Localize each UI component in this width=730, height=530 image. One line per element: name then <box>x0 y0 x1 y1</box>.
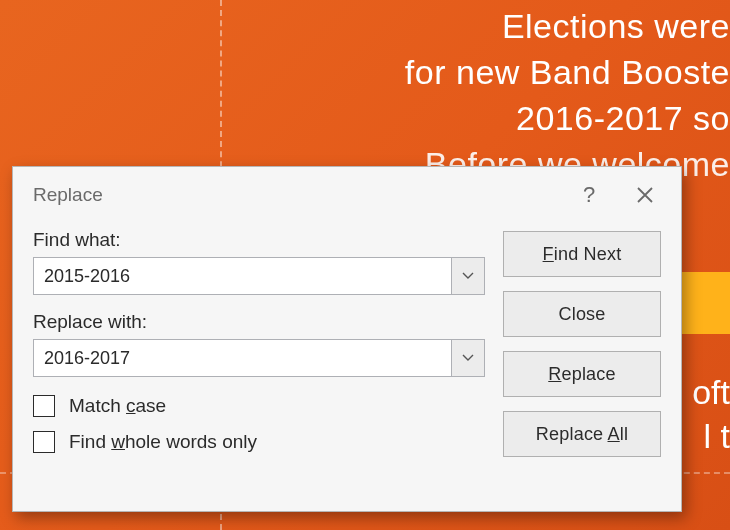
close-icon <box>636 186 654 204</box>
chevron-down-icon <box>462 272 474 280</box>
replace-button[interactable]: Replace <box>503 351 661 397</box>
slide-text-line: 2016-2017 so <box>405 96 730 142</box>
chevron-down-icon <box>462 354 474 362</box>
checkbox-group: Match case Find whole words only <box>33 395 485 453</box>
whole-words-checkbox[interactable]: Find whole words only <box>33 431 485 453</box>
find-what-combo <box>33 257 485 295</box>
find-next-button[interactable]: Find Next <box>503 231 661 277</box>
dialog-content: Find what: Replace with: <box>13 223 681 467</box>
slide-canvas: Elections were for new Band Booste 2016-… <box>0 0 730 530</box>
replace-with-label: Replace with: <box>33 311 485 333</box>
replace-with-combo <box>33 339 485 377</box>
replace-all-button[interactable]: Replace All <box>503 411 661 457</box>
slide-text-line: for new Band Booste <box>405 50 730 96</box>
find-what-dropdown[interactable] <box>451 257 485 295</box>
find-what-label: Find what: <box>33 229 485 251</box>
slide-text-fragment: oft l t <box>692 370 730 458</box>
replace-with-input[interactable] <box>33 339 451 377</box>
dialog-title: Replace <box>33 184 561 206</box>
left-column: Find what: Replace with: <box>33 229 485 453</box>
close-button[interactable] <box>617 173 673 217</box>
help-button[interactable]: ? <box>561 173 617 217</box>
replace-with-dropdown[interactable] <box>451 339 485 377</box>
find-what-input[interactable] <box>33 257 451 295</box>
slide-text-line: Elections were <box>405 4 730 50</box>
replace-dialog: Replace ? Find what: Replace with: <box>12 166 682 512</box>
close-dialog-button[interactable]: Close <box>503 291 661 337</box>
checkbox-box-icon <box>33 431 55 453</box>
button-column: Find Next Close Replace Replace All <box>503 229 661 457</box>
whole-words-label: Find whole words only <box>69 431 257 453</box>
checkbox-box-icon <box>33 395 55 417</box>
match-case-label: Match case <box>69 395 166 417</box>
slide-body-text: Elections were for new Band Booste 2016-… <box>405 0 730 188</box>
match-case-checkbox[interactable]: Match case <box>33 395 485 417</box>
dialog-titlebar: Replace ? <box>13 167 681 223</box>
